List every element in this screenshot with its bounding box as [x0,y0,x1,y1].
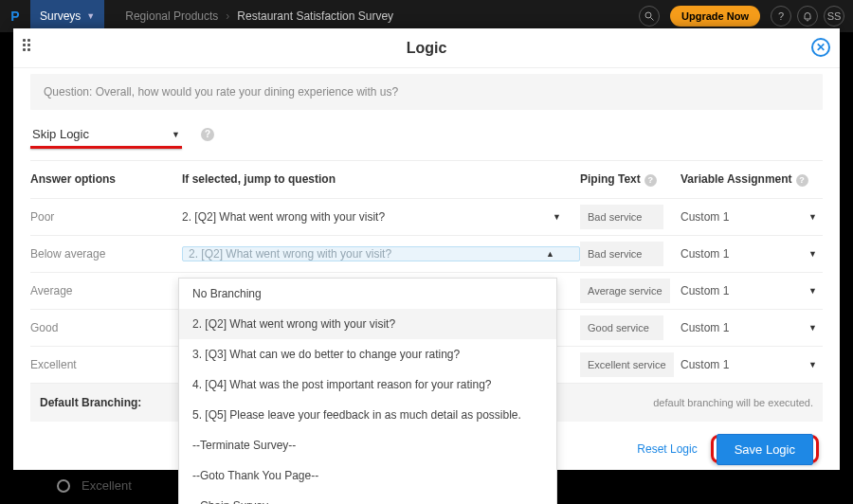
search-button[interactable] [639,6,660,27]
var-help-icon[interactable]: ? [796,174,808,187]
jump-select[interactable]: 2. [Q2] What went wrong with your visit?… [182,246,580,261]
save-highlight: Save Logic [711,435,819,463]
logic-modal: Logic ✕ Question: Overall, how would you… [13,28,840,470]
chevron-down-icon: ▼ [808,323,817,333]
dropdown-option[interactable]: --Goto Thank You Page-- [179,460,556,491]
notifications-button[interactable] [797,6,818,27]
chevron-down-icon: ▼ [808,212,817,222]
table-row: Below average 2. [Q2] What went wrong wi… [30,236,823,273]
dropdown-option[interactable]: 2. [Q2] What went wrong with your visit? [179,309,556,339]
logic-table-header: Answer options If selected, jump to ques… [30,160,823,199]
header-var: Variable Assignment? [681,172,823,187]
default-branching-label: Default Branching: [40,396,182,409]
close-icon: ✕ [816,41,826,54]
logic-type-help-icon[interactable]: ? [201,128,214,141]
svg-line-1 [651,18,654,21]
jump-select[interactable]: 2. [Q2] What went wrong with your visit?… [182,210,580,224]
var-select[interactable]: Custom 1▼ [681,321,823,334]
question-prefix: Question: [44,85,96,99]
nav-surveys[interactable]: Surveys ▼ [30,0,104,32]
logic-type-select[interactable]: Skip Logic ▼ [30,123,182,145]
header-answer: Answer options [30,172,182,186]
user-initials: SS [827,10,842,22]
var-select[interactable]: Custom 1▼ [681,210,823,224]
dropdown-option[interactable]: --Terminate Survey-- [179,430,556,460]
var-select[interactable]: Custom 1▼ [681,284,823,297]
search-icon [644,10,655,22]
reset-logic-link[interactable]: Reset Logic [637,442,697,456]
app-topbar: P Surveys ▼ Regional Products › Restaura… [0,0,853,32]
dropdown-option[interactable]: No Branching [179,279,556,309]
breadcrumb-current: Restaurant Satisfaction Survey [233,9,397,23]
pipe-chip[interactable]: Bad service [580,242,663,266]
dropdown-option[interactable]: 3. [Q3] What can we do better to change … [179,339,556,369]
header-pipe: Piping Text? [580,172,681,187]
answer-label: Good [30,321,182,334]
chevron-up-icon: ▲ [546,249,554,259]
highlight-underline [30,146,182,149]
var-select[interactable]: Custom 1▼ [681,247,823,261]
help-button[interactable]: ? [771,6,791,27]
pipe-chip[interactable]: Bad service [580,205,663,229]
chevron-down-icon: ▼ [808,360,817,369]
radio-icon[interactable] [57,479,70,493]
pipe-chip[interactable]: Excellent service [580,352,674,377]
drag-handle-icon[interactable] [23,39,30,51]
brand-logo-icon: P [6,7,25,26]
pipe-chip[interactable]: Average service [580,279,670,303]
pipe-chip[interactable]: Good service [580,315,663,340]
svg-point-0 [645,12,651,18]
dropdown-option[interactable]: 4. [Q4] What was the post important reas… [179,369,556,400]
question-text: Overall, how would you rate your dining … [96,85,399,99]
bell-icon [802,10,813,22]
chevron-right-icon: › [222,9,233,23]
default-branching-hint: default branching will be executed. [653,397,813,408]
answer-label: Poor [30,210,182,224]
jump-dropdown: No Branching 2. [Q2] What went wrong wit… [178,278,557,504]
nav-surveys-label: Surveys [40,9,81,23]
var-select[interactable]: Custom 1▼ [681,358,823,371]
question-preview: Question: Overall, how would you rate yo… [30,74,823,110]
background-option-label: Excellent [82,478,132,493]
modal-title: Logic [407,40,447,57]
pipe-help-icon[interactable]: ? [644,174,657,187]
user-avatar[interactable]: SS [824,6,844,27]
answer-label: Excellent [30,358,182,371]
dropdown-option[interactable]: --Chain Survey-- [179,491,556,504]
chevron-down-icon: ▼ [172,130,180,139]
answer-label: Below average [30,247,182,261]
table-row: Poor 2. [Q2] What went wrong with your v… [30,199,823,236]
modal-header: Logic ✕ [13,28,840,68]
close-button[interactable]: ✕ [811,38,830,57]
breadcrumb-parent[interactable]: Regional Products [121,9,222,23]
chevron-down-icon: ▼ [553,212,561,222]
answer-label: Average [30,284,182,297]
logic-type-value: Skip Logic [32,127,89,141]
chevron-down-icon: ▼ [808,249,817,259]
question-icon: ? [778,10,784,22]
background-answer-option: Excellent [57,478,132,493]
upgrade-button[interactable]: Upgrade Now [670,6,760,27]
save-logic-button[interactable]: Save Logic [717,434,813,465]
dropdown-option[interactable]: 5. [Q5] Please leave your feedback in as… [179,400,556,430]
header-jump: If selected, jump to question [182,172,580,186]
chevron-down-icon: ▼ [808,286,817,296]
chevron-down-icon: ▼ [86,11,95,21]
